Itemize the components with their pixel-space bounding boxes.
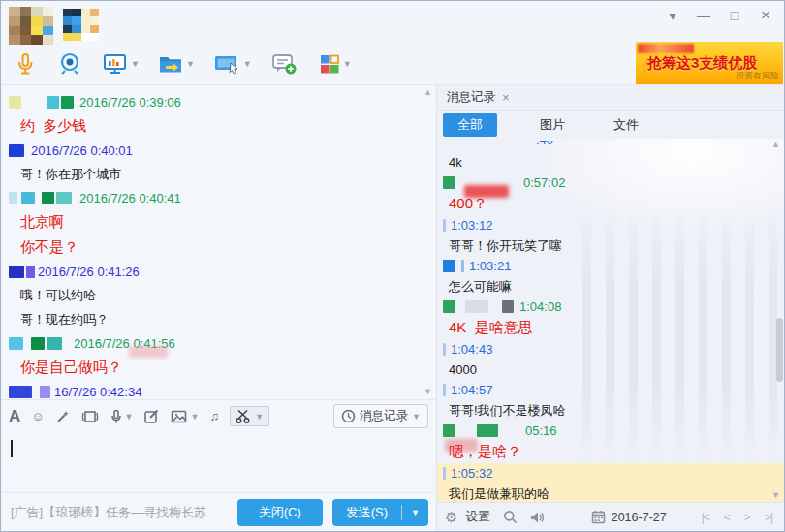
first-page-icon[interactable]: |<	[702, 511, 709, 524]
avatar[interactable]	[9, 7, 53, 45]
message-text: 北京啊	[20, 213, 64, 232]
mosaic-cell	[90, 33, 99, 41]
close-icon[interactable]: ×	[502, 90, 510, 105]
mosaic-cell	[31, 7, 43, 16]
message-text: 4k	[449, 155, 462, 170]
minimize-icon[interactable]: —	[691, 5, 716, 26]
close-icon[interactable]: ×	[753, 5, 778, 26]
message-input[interactable]	[1, 432, 436, 492]
video-call-icon[interactable]	[53, 49, 86, 78]
record-message-list[interactable]: :404k0:57:02400？1:03:12哥哥！你开玩笑了噻1:03:21怎…	[437, 139, 784, 502]
voice-message-icon[interactable]: ▼	[110, 409, 134, 424]
mosaic-cell	[72, 9, 80, 16]
last-page-icon[interactable]: >|	[765, 511, 772, 524]
emoticon-icon[interactable]: ☺	[31, 409, 44, 423]
blurred-name	[21, 192, 35, 204]
mosaic-cell	[9, 7, 20, 16]
window-menu-icon[interactable]: ▾	[660, 5, 685, 26]
window-shake-icon[interactable]	[81, 409, 99, 424]
music-icon[interactable]: ♫	[209, 409, 219, 423]
message-timestamp-row: 2016/7/26 0:39:06	[3, 90, 426, 113]
create-group-icon[interactable]	[266, 49, 302, 78]
message-text-row: 北京啊	[3, 209, 426, 235]
record-footer: ⚙ 设置 2016-7-27 |< < > >|	[437, 502, 784, 531]
image-icon[interactable]: ▼	[171, 409, 199, 424]
doodle-icon[interactable]	[143, 409, 160, 424]
voice-call-icon[interactable]	[9, 49, 42, 78]
chevron-down-icon[interactable]: ▼	[125, 412, 134, 422]
search-icon[interactable]	[503, 510, 518, 524]
message-text-row: 嗯，是啥？	[437, 441, 784, 463]
close-button[interactable]: 关闭(C)	[237, 499, 323, 526]
input-toolbar: A ☺ ▼ ▼ ♫	[1, 399, 436, 432]
chevron-down-icon[interactable]: ▼	[343, 59, 352, 69]
scroll-down-icon[interactable]: ▼	[424, 388, 432, 396]
blurred-name	[465, 300, 488, 313]
chevron-down-icon[interactable]: ▼	[243, 59, 252, 69]
mosaic-cell	[43, 35, 54, 45]
timestamp: 1:04:43	[451, 342, 492, 357]
message-text-row: 4000	[437, 360, 784, 380]
message-text: 怎么可能嘛	[449, 278, 512, 296]
chevron-down-icon[interactable]: ▼	[255, 412, 264, 422]
next-page-icon[interactable]: >	[744, 511, 750, 524]
maximize-icon[interactable]: □	[722, 5, 747, 26]
settings-label[interactable]: 设置	[465, 509, 489, 525]
blurred-name	[47, 337, 62, 350]
message-timestamp-row: 1:03:12	[437, 215, 784, 235]
timestamp: :40	[536, 141, 553, 147]
message-record-button[interactable]: 消息记录 ▼	[333, 404, 428, 428]
scrollbar-thumb[interactable]	[776, 318, 783, 382]
prev-page-icon[interactable]: <	[724, 511, 730, 524]
message-timestamp-row: 2016/7/26 0:41:26	[3, 260, 426, 283]
message-text: 4000	[449, 362, 477, 377]
tab-message-record[interactable]: 消息记录 ×	[445, 85, 519, 110]
chevron-down-icon[interactable]: ▼	[190, 412, 199, 422]
blurred-name	[56, 192, 72, 204]
blurred-name	[9, 96, 21, 109]
file-transfer-icon[interactable]: ▼	[153, 49, 199, 78]
message-timestamp-row: 1:04:08	[437, 297, 784, 317]
footer-ad-link[interactable]: [广告]【琅琊榜】任务—寻找梅长苏	[11, 504, 228, 521]
mosaic-cell	[9, 35, 20, 45]
blurred-name	[9, 192, 17, 204]
screen-demo-icon[interactable]: ▼	[98, 49, 143, 78]
remote-desktop-icon[interactable]: ▼	[208, 49, 256, 78]
chevron-down-icon[interactable]: ▼	[131, 59, 140, 69]
record-tab-bar: 消息记录 ×	[437, 85, 784, 111]
mosaic-cell	[63, 33, 72, 41]
blurred-name	[443, 343, 446, 356]
gear-icon[interactable]: ⚙	[445, 509, 457, 526]
message-text: 400？	[449, 195, 487, 213]
chevron-down-icon: ▼	[412, 412, 421, 422]
message-text: 4K 是啥意思	[449, 319, 533, 337]
message-text-row: 我们是做兼职的哈	[437, 484, 784, 502]
ad-banner[interactable]: 广告 抢筹这3支绩优股 投资有风险	[636, 42, 783, 84]
record-tab-label: 消息记录	[447, 89, 495, 106]
send-button[interactable]: 发送(S) ▼	[332, 499, 428, 526]
chat-history[interactable]: ▲ ▼ 2016/7/26 0:39:06约 多少钱2016/7/26 0:40…	[1, 85, 436, 399]
blurred-name	[9, 337, 23, 350]
message-text-row: 你不是？	[3, 235, 426, 260]
date-label: 2016-7-27	[612, 511, 667, 524]
send-options-icon[interactable]: ▼	[402, 508, 428, 517]
speaker-icon[interactable]	[529, 511, 545, 524]
apps-grid-icon[interactable]: ▼	[314, 50, 356, 78]
timestamp: 2016/7/26 0:40:41	[79, 191, 181, 205]
blurred-name	[443, 467, 446, 480]
tab-all[interactable]: 全部	[443, 113, 497, 137]
tab-images[interactable]: 图片	[534, 113, 571, 137]
screenshot-icon[interactable]: ▼	[230, 406, 269, 426]
date-picker[interactable]: 2016-7-27	[591, 510, 667, 524]
magic-wand-icon[interactable]	[55, 409, 71, 424]
message-text-row: 你是自己做吗？	[3, 355, 426, 380]
scroll-down-icon[interactable]: ▼	[771, 491, 780, 500]
chevron-down-icon[interactable]: ▼	[186, 59, 195, 69]
scroll-up-icon[interactable]: ▲	[771, 141, 780, 149]
message-text-row: 4K 是啥意思	[437, 317, 784, 339]
message-record-label: 消息记录	[360, 408, 408, 424]
mosaic-cell	[90, 25, 99, 33]
font-format-icon[interactable]: A	[9, 407, 20, 426]
tab-files[interactable]: 文件	[608, 113, 644, 137]
scroll-up-icon[interactable]: ▲	[424, 88, 432, 97]
